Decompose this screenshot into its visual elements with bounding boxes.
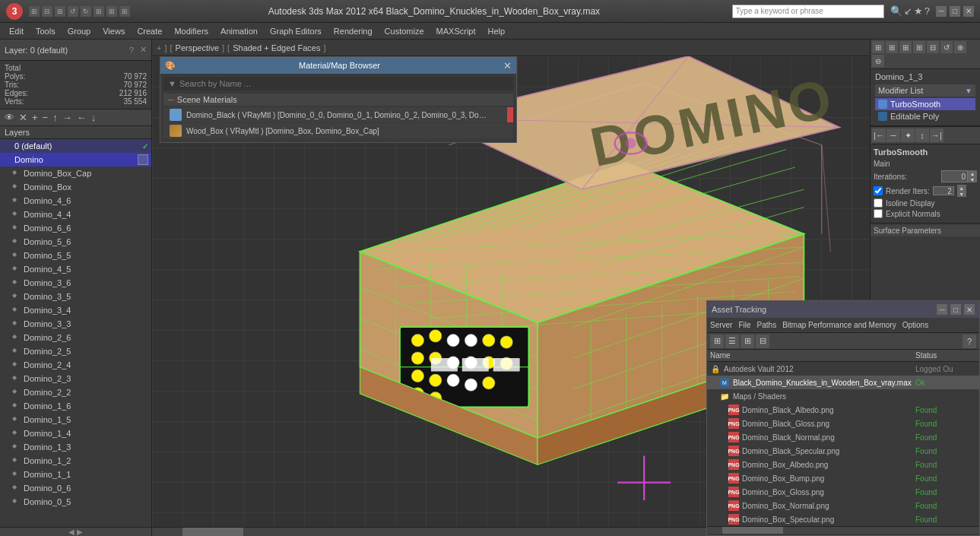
material-browser-close[interactable]: ✕ — [503, 60, 512, 71]
at-close[interactable]: ✕ — [964, 304, 975, 315]
rt-icon-4[interactable]: ↕ — [915, 128, 929, 142]
layer-item[interactable]: Domino — [0, 153, 151, 167]
arrow-up-icon[interactable]: ↑ — [51, 111, 59, 124]
at-row[interactable]: 🔒Autodesk Vault 2012Logged Ou — [707, 362, 979, 376]
at-row[interactable]: PNGDomino_Box_Normal.pngFound — [707, 499, 979, 512]
material-item[interactable]: Domino_Black ( VRayMtl ) [Domino_0_0, Do… — [163, 107, 513, 122]
arrow-icon[interactable]: ↙ — [904, 5, 912, 17]
rt-icon-2[interactable]: ─ — [886, 128, 900, 142]
arrow-right-icon[interactable]: → — [61, 111, 74, 124]
modifier-dropdown[interactable]: ▼ — [965, 87, 972, 95]
rt-icon-5[interactable]: →| — [930, 128, 944, 142]
layer-item[interactable]: ◆Domino_4_5 — [0, 262, 151, 276]
collapse-icon[interactable]: ─ — [168, 95, 174, 104]
toolbar-btn[interactable]: ⊟ — [42, 6, 52, 17]
modifier-item[interactable]: TurboSmooth — [875, 98, 975, 110]
layer-item[interactable]: ◆Domino_1_5 — [0, 413, 151, 427]
toolbar-btn[interactable]: ↻ — [81, 6, 91, 17]
toolbar-btn[interactable]: ⊞ — [94, 6, 104, 17]
layer-item[interactable]: ◆Domino_1_3 — [0, 440, 151, 454]
layer-item[interactable]: ◆Domino_6_6 — [0, 221, 151, 235]
at-row[interactable]: 📁Maps / Shaders — [707, 389, 979, 403]
menu-item-maxscript[interactable]: MAXScript — [430, 25, 482, 37]
star-icon[interactable]: ★ — [914, 5, 923, 17]
menu-item-modifiers[interactable]: Modifiers — [168, 25, 214, 37]
menu-item-views[interactable]: Views — [97, 25, 131, 37]
layer-item[interactable]: ◆Domino_2_6 — [0, 331, 151, 344]
at-tb-2[interactable]: ☰ — [725, 335, 739, 348]
render-iters-spinner[interactable]: ▲▼ — [957, 185, 966, 197]
menu-item-create[interactable]: Create — [131, 25, 168, 37]
layer-item[interactable]: ◆Domino_4_6 — [0, 194, 151, 208]
modifier-item[interactable]: Editable Poly — [875, 110, 975, 122]
at-maximize[interactable]: □ — [950, 304, 961, 315]
menu-item-customize[interactable]: Customize — [379, 25, 430, 37]
at-row[interactable]: PNGDomino_Black_Specular.pngFound — [707, 444, 979, 458]
menu-item-tools[interactable]: Tools — [30, 25, 62, 37]
layer-item[interactable]: ◆Domino_1_4 — [0, 427, 151, 440]
help-icon[interactable]: ? — [924, 5, 930, 17]
menu-item-rendering[interactable]: Rendering — [328, 25, 379, 37]
layer-item[interactable]: ◆Domino_3_5 — [0, 290, 151, 303]
at-row[interactable]: PNGDomino_Black_Gloss.pngFound — [707, 417, 979, 430]
arrow-down-icon[interactable]: ↓ — [90, 111, 98, 124]
at-row[interactable]: PNGDomino_Box_Specular.pngFound — [707, 512, 979, 526]
rtb-1[interactable]: ⊞ — [872, 41, 884, 53]
rt-icon-3[interactable]: ✦ — [901, 128, 915, 142]
toolbar-btn[interactable]: ⊞ — [106, 6, 117, 17]
at-menu-paths[interactable]: Paths — [757, 321, 777, 329]
at-tb-4[interactable]: ⊟ — [756, 335, 769, 348]
minimize-btn[interactable]: ─ — [936, 6, 947, 17]
at-tb-1[interactable]: ⊞ — [710, 335, 724, 348]
toolbar-btn[interactable]: ⊞ — [29, 6, 40, 17]
at-row[interactable]: MBlack_Domino_Knuckles_in_Wooden_Box_vra… — [707, 376, 979, 389]
at-tb-3[interactable]: ⊞ — [741, 335, 754, 348]
at-row[interactable]: PNGDomino_Box_Albedo.pngFound — [707, 458, 979, 471]
at-row[interactable]: PNGDomino_Box_Gloss.pngFound — [707, 485, 979, 499]
layer-close[interactable]: ✕ — [140, 45, 147, 55]
maximize-btn[interactable]: □ — [950, 6, 960, 17]
layer-scroll[interactable]: ◀ ▶ — [0, 527, 151, 536]
layer-item[interactable]: ◆Domino_3_6 — [0, 276, 151, 290]
at-help[interactable]: ? — [963, 335, 976, 348]
at-minimize[interactable]: ─ — [937, 304, 947, 315]
menu-item-edit[interactable]: Edit — [3, 25, 30, 37]
layer-item[interactable]: ◆Domino_5_5 — [0, 249, 151, 262]
minus-icon[interactable]: − — [41, 111, 50, 124]
plus-icon[interactable]: + — [30, 111, 40, 124]
layer-item[interactable]: ◆Domino_0_6 — [0, 481, 151, 495]
iterations-control[interactable]: ▲▼ — [941, 170, 977, 182]
render-iters-input[interactable] — [933, 186, 954, 195]
window-controls[interactable]: ─ □ ✕ — [936, 6, 974, 17]
menu-item-help[interactable]: Help — [482, 25, 512, 37]
search-box[interactable]: Type a keyword or phrase — [732, 5, 884, 18]
layer-item[interactable]: ◆Domino_2_4 — [0, 358, 151, 372]
at-row[interactable]: PNGDomino_Black_Albedo.pngFound — [707, 403, 979, 417]
rt-icon-1[interactable]: |← — [872, 128, 886, 142]
layer-item[interactable]: ◆Domino_0_5 — [0, 495, 151, 509]
render-iters-check[interactable] — [874, 186, 883, 195]
material-item[interactable]: Wood_Box ( VRayMtl ) [Domino_Box, Domino… — [163, 123, 513, 138]
layer-item[interactable]: ◆Domino_1_2 — [0, 454, 151, 468]
rtb-3[interactable]: ⊞ — [899, 41, 912, 53]
at-row[interactable]: PNGDomino_Black_Normal.pngFound — [707, 430, 979, 444]
at-hscrollbar-thumb[interactable] — [722, 527, 783, 534]
layer-item[interactable]: ◆Domino_1_6 — [0, 399, 151, 413]
menu-item-animation[interactable]: Animation — [214, 25, 264, 37]
layer-item[interactable]: ◆Domino_2_2 — [0, 385, 151, 399]
at-hscrollbar[interactable] — [707, 526, 979, 534]
rtb-6[interactable]: ↺ — [940, 41, 953, 53]
layer-item[interactable]: ◆Domino_5_6 — [0, 235, 151, 249]
at-row[interactable]: PNGDomino_Box_Bump.pngFound — [707, 471, 979, 485]
menu-item-graph editors[interactable]: Graph Editors — [264, 25, 328, 37]
iterations-input[interactable] — [941, 170, 968, 182]
layer-item[interactable]: 0 (default)✓ — [0, 139, 151, 153]
at-menu-options[interactable]: Options — [902, 321, 928, 329]
toolbar-btn[interactable]: ↺ — [68, 6, 78, 17]
search-label[interactable]: Search by Name ... — [179, 79, 251, 88]
layer-help[interactable]: ? — [129, 46, 134, 55]
at-menu-server[interactable]: Server — [710, 321, 732, 329]
layer-item[interactable]: ◆Domino_Box_Cap — [0, 167, 151, 180]
at-menu-bitmap[interactable]: Bitmap Performance and Memory — [782, 321, 896, 329]
explicit-check[interactable] — [874, 209, 883, 218]
